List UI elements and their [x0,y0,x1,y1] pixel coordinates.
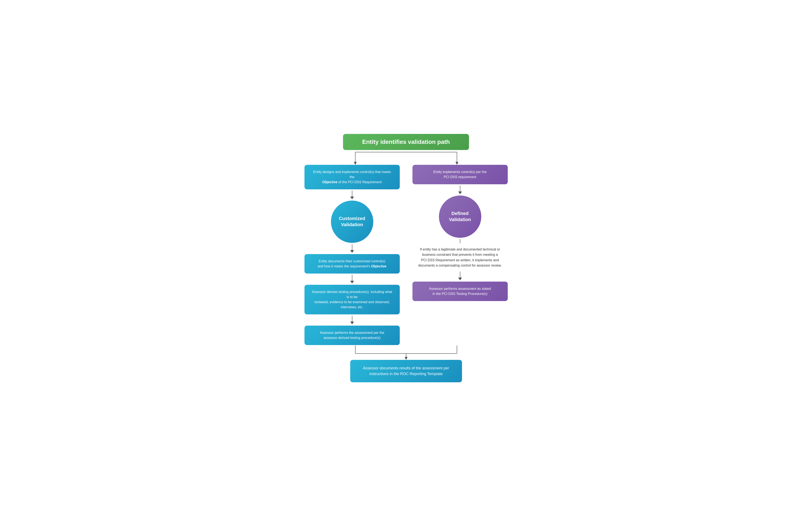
arrow-2-right [412,238,508,245]
arrow-4-left [304,314,400,326]
defined-validation-circle: DefinedValidation [439,195,481,238]
svg-marker-3 [456,162,458,165]
top-left-blue-box: Entity designs and implements control(s)… [304,165,400,189]
mid-left-blue-box-2: Assessor derives testing procedure(s), i… [304,285,400,314]
two-col-section: Entity designs and implements control(s)… [304,165,508,345]
arrow-3-left [304,274,400,285]
mid-left-blue-box-1: Entity documents their customized contro… [304,254,400,274]
right-column: Entity implements control(s) per thePCI … [406,165,508,345]
svg-marker-1 [354,162,357,165]
top-fork-arrows [304,150,508,165]
merge-arrows [304,345,508,360]
arrow-3-right [412,270,508,281]
top-right-purple-box: Entity implements control(s) per thePCI … [412,165,508,184]
arrow-1-left [304,189,400,201]
title-text: Entity identifies validation path [362,139,450,145]
left-column: Entity designs and implements control(s)… [304,165,406,345]
final-bottom-box: Assessor documents results of the assess… [350,360,462,382]
arrow-2-left [304,243,400,254]
bottom-left-blue-box: Assessor performs the assessment per the… [304,326,400,345]
circle-left-text: CustomizedValidation [339,216,365,227]
bottom-right-purple-box: Assessor performs assessment as statedin… [412,281,508,301]
right-text-block: If entity has a legitimate and documente… [412,245,508,270]
final-box-text: Assessor documents results of the assess… [363,366,449,376]
top-green-box: Entity identifies validation path [343,134,469,150]
arrow-1-right [412,184,508,195]
customized-validation-circle: CustomizedValidation [331,201,373,243]
circle-right-text: DefinedValidation [449,211,471,222]
diagram: Entity identifies validation path Entity… [304,134,508,382]
svg-marker-9 [405,357,408,360]
